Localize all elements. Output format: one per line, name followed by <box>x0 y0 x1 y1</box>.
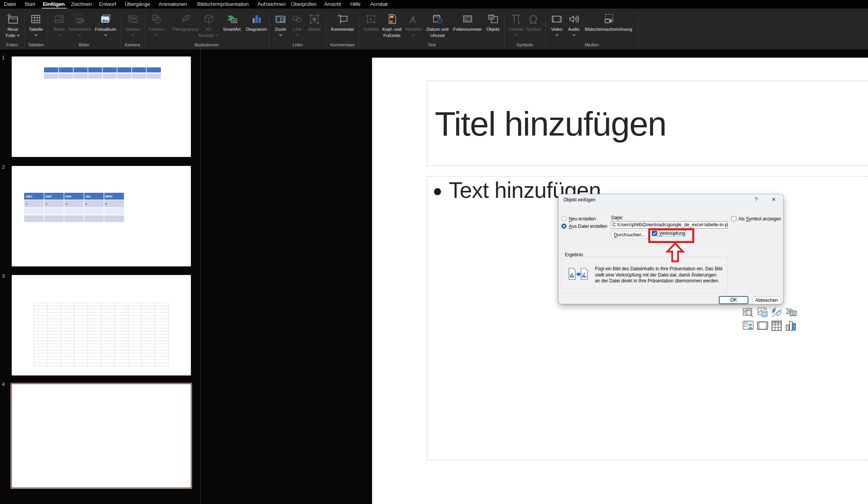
svg-text:1: 1 <box>26 202 28 206</box>
svg-text:A: A <box>369 16 372 22</box>
svg-text:2: 2 <box>46 202 48 206</box>
svg-text:P: P <box>745 322 747 326</box>
svg-text:MNO: MNO <box>105 195 113 198</box>
svg-text:JKL: JKL <box>85 195 91 198</box>
svg-text:GHI: GHI <box>65 195 71 198</box>
svg-text:5: 5 <box>105 202 107 206</box>
svg-text:4: 4 <box>85 202 87 206</box>
svg-text:ABC: ABC <box>26 195 33 198</box>
svg-text:3: 3 <box>65 202 67 206</box>
svg-text:#: # <box>466 17 468 21</box>
svg-text:A: A <box>409 14 416 24</box>
svg-text:DEF: DEF <box>46 195 52 198</box>
svg-text:P: P <box>131 17 132 21</box>
